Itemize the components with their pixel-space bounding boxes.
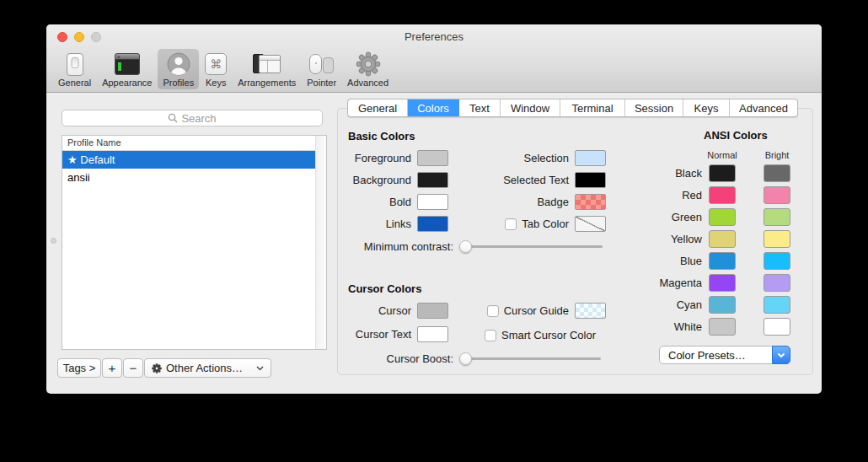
search-icon bbox=[168, 113, 178, 123]
toolbar-label: Appearance bbox=[102, 78, 152, 88]
add-profile-button[interactable]: + bbox=[102, 358, 122, 378]
toolbar-item-arrangements[interactable]: Arrangements bbox=[233, 49, 301, 89]
tab-color-label: Tab Color bbox=[522, 218, 569, 230]
search-input[interactable]: Search bbox=[62, 110, 323, 126]
smart-cursor-checkbox[interactable] bbox=[485, 330, 496, 341]
tab-text[interactable]: Text bbox=[459, 99, 501, 116]
toolbar-item-general[interactable]: General bbox=[53, 49, 96, 89]
slider-knob[interactable] bbox=[459, 352, 472, 365]
toolbar-item-profiles[interactable]: Profiles bbox=[158, 49, 199, 89]
color-presets-chevron-button[interactable] bbox=[772, 346, 790, 364]
ansi-red-bright-colorwell[interactable] bbox=[764, 186, 790, 204]
toolbar-label: Advanced bbox=[347, 78, 388, 88]
chevron-down-icon bbox=[256, 366, 264, 371]
remove-profile-button[interactable]: − bbox=[123, 358, 143, 378]
smart-cursor-row: Smart Cursor Color bbox=[485, 329, 636, 341]
tab-keys[interactable]: Keys bbox=[683, 99, 730, 116]
bold-label: Bold bbox=[389, 196, 411, 208]
tab-general[interactable]: General bbox=[348, 99, 408, 116]
toolbar-item-pointer[interactable]: Pointer bbox=[302, 49, 341, 89]
badge-colorwell[interactable] bbox=[575, 194, 606, 210]
cursor-colors-title: Cursor Colors bbox=[348, 282, 421, 295]
ansi-green-normal-colorwell[interactable] bbox=[709, 208, 736, 226]
links-colorwell[interactable] bbox=[417, 216, 448, 232]
bold-colorwell[interactable] bbox=[417, 194, 448, 210]
ansi-magenta-normal-colorwell[interactable] bbox=[709, 274, 736, 292]
ansi-magenta-bright-colorwell[interactable] bbox=[764, 274, 790, 292]
window-title: Preferences bbox=[46, 30, 822, 43]
toolbar-label: Profiles bbox=[163, 78, 194, 88]
selection-colorwell[interactable] bbox=[575, 150, 606, 166]
profile-list-scrollbar[interactable] bbox=[315, 136, 326, 349]
links-row: Links bbox=[348, 216, 448, 232]
cursor-boost-slider[interactable] bbox=[459, 352, 601, 365]
cursor-guide-row: Cursor Guide bbox=[472, 303, 606, 319]
cursor-text-row: Cursor Text bbox=[348, 326, 448, 342]
profile-list-header: Profile Name bbox=[62, 136, 326, 151]
background-colorwell[interactable] bbox=[417, 172, 448, 188]
selected-text-colorwell[interactable] bbox=[575, 172, 606, 188]
ansi-row-blue: Blue bbox=[636, 252, 790, 270]
appearance-window-icon: × bbox=[115, 51, 140, 77]
desktop: Preferences General × Appearance bbox=[0, 0, 868, 462]
toolbar-item-advanced[interactable]: Advanced bbox=[342, 49, 394, 89]
ansi-row-black: Black bbox=[636, 164, 790, 182]
tags-button[interactable]: Tags > bbox=[57, 358, 101, 378]
toolbar-item-keys[interactable]: ⌘ Keys bbox=[200, 49, 232, 89]
ansi-yellow-bright-colorwell[interactable] bbox=[764, 230, 790, 248]
tab-color-colorwell[interactable] bbox=[575, 216, 606, 232]
ansi-cyan-bright-colorwell[interactable] bbox=[764, 296, 790, 314]
cursor-text-colorwell[interactable] bbox=[417, 326, 448, 342]
ansi-col-normal: Normal bbox=[709, 150, 736, 160]
ansi-black-bright-colorwell[interactable] bbox=[764, 164, 790, 182]
toolbar-item-appearance[interactable]: × Appearance bbox=[97, 49, 157, 89]
profile-row-ansii[interactable]: ansii bbox=[62, 169, 315, 186]
advanced-gear-icon bbox=[356, 51, 381, 77]
profile-row-default[interactable]: ★ Default bbox=[62, 151, 315, 169]
slider-knob[interactable] bbox=[459, 240, 472, 253]
toolbar-label: Keys bbox=[206, 78, 226, 88]
ansi-yellow-normal-colorwell[interactable] bbox=[709, 230, 736, 248]
minimum-contrast-slider[interactable] bbox=[459, 240, 603, 253]
search-placeholder: Search bbox=[181, 112, 216, 125]
basic-colors-title: Basic Colors bbox=[348, 130, 415, 142]
badge-label: Badge bbox=[537, 196, 569, 208]
color-presets-dropdown[interactable]: Color Presets… bbox=[659, 346, 790, 364]
splitter-handle-dot[interactable] bbox=[51, 238, 56, 244]
ansi-green-bright-colorwell[interactable] bbox=[764, 208, 790, 226]
selection-label: Selection bbox=[524, 152, 569, 164]
selected-text-label: Selected Text bbox=[503, 174, 569, 186]
ansi-blue-bright-colorwell[interactable] bbox=[764, 252, 790, 270]
tab-colors[interactable]: Colors bbox=[408, 99, 459, 116]
tab-session[interactable]: Session bbox=[625, 99, 683, 116]
cursor-text-label: Cursor Text bbox=[356, 328, 411, 341]
cursor-colorwell[interactable] bbox=[417, 303, 448, 319]
other-actions-dropdown[interactable]: Other Actions… bbox=[144, 358, 271, 378]
tab-terminal[interactable]: Terminal bbox=[560, 99, 625, 116]
tab-window[interactable]: Window bbox=[501, 99, 560, 116]
cursor-guide-colorwell[interactable] bbox=[575, 303, 606, 319]
ansi-row-yellow: Yellow bbox=[636, 230, 790, 248]
cursor-guide-checkbox[interactable] bbox=[487, 305, 499, 317]
tab-color-checkbox[interactable] bbox=[505, 218, 517, 230]
minimum-contrast-row: Minimum contrast: bbox=[348, 240, 603, 253]
ansi-blue-normal-colorwell[interactable] bbox=[709, 252, 736, 270]
ansi-row-cyan: Cyan bbox=[636, 296, 790, 314]
ansi-black-normal-colorwell[interactable] bbox=[709, 164, 736, 182]
tab-advanced[interactable]: Advanced bbox=[730, 99, 797, 116]
ansi-row-green: Green bbox=[636, 208, 790, 226]
links-label: Links bbox=[386, 218, 411, 230]
ansi-white-normal-colorwell[interactable] bbox=[709, 318, 736, 336]
foreground-colorwell[interactable] bbox=[417, 150, 448, 166]
toolbar-label: Arrangements bbox=[238, 78, 296, 88]
color-presets-label: Color Presets… bbox=[660, 349, 746, 362]
ansi-red-normal-colorwell[interactable] bbox=[709, 186, 736, 204]
bold-row: Bold bbox=[348, 194, 448, 210]
profiles-person-icon bbox=[167, 51, 190, 77]
general-toggle-icon bbox=[67, 51, 83, 77]
foreground-label: Foreground bbox=[355, 152, 411, 164]
pointer-mouse-icon bbox=[308, 51, 335, 77]
ansi-cyan-normal-colorwell[interactable] bbox=[709, 296, 736, 314]
ansi-white-bright-colorwell[interactable] bbox=[764, 318, 790, 336]
window-header: Preferences General × Appearance bbox=[46, 24, 822, 93]
